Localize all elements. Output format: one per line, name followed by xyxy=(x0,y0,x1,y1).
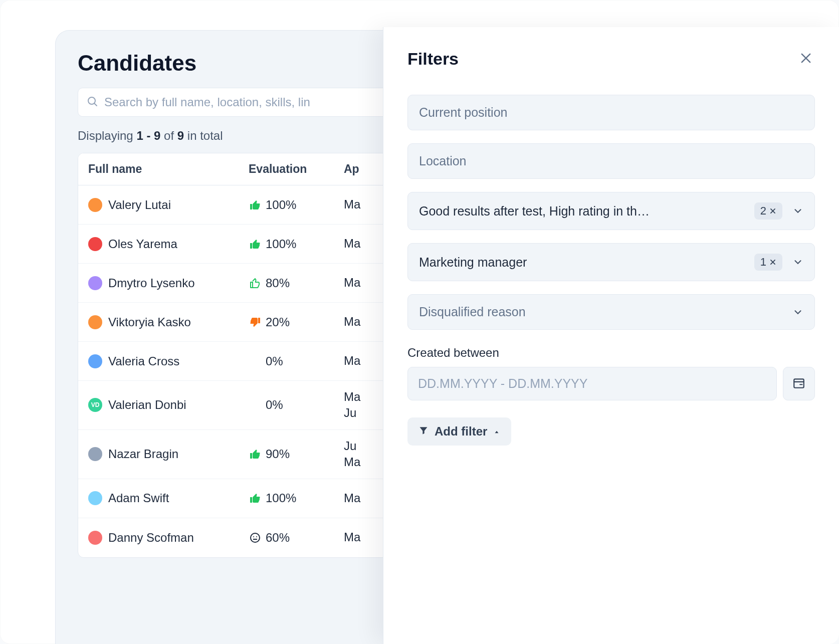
cell-ap: Ma xyxy=(344,196,378,212)
evaluation-value: 0% xyxy=(266,354,283,368)
candidate-name: Valerian Donbi xyxy=(108,398,186,412)
filter-field[interactable]: Marketing manager1 xyxy=(407,243,815,281)
candidate-name: Oles Yarema xyxy=(108,237,177,251)
filter-count: 1 xyxy=(760,256,766,269)
thumb-up-icon xyxy=(249,492,262,505)
filter-fields: Current positionLocationGood results aft… xyxy=(407,95,815,330)
filters-title: Filters xyxy=(407,49,459,69)
avatar xyxy=(88,354,102,368)
caret-up-icon xyxy=(493,424,500,439)
calendar-button[interactable] xyxy=(783,367,815,400)
result-count-range: 1 - 9 xyxy=(136,129,160,142)
ap-value: Ma xyxy=(344,454,378,470)
candidate-name: Nazar Bragin xyxy=(108,447,178,461)
ap-value: Ma xyxy=(344,529,378,545)
filter-right xyxy=(792,307,803,318)
clear-icon xyxy=(769,256,776,269)
avatar xyxy=(88,276,102,290)
result-count-suffix: in total xyxy=(184,129,223,142)
ap-value: Ma xyxy=(344,353,378,369)
thumb-up-icon xyxy=(249,198,262,211)
result-count-total: 9 xyxy=(177,129,184,142)
cell-ap: Ma xyxy=(344,236,378,252)
ap-value: Ma xyxy=(344,275,378,291)
funnel-icon xyxy=(418,424,429,439)
filter-count: 2 xyxy=(760,204,766,218)
table-row[interactable]: Dmytro Lysenko80%Ma xyxy=(78,264,388,303)
filter-field[interactable]: Current position xyxy=(407,95,815,130)
table-row[interactable]: VDValerian Donbi0%MaJu xyxy=(78,381,388,430)
evaluation-value: 100% xyxy=(266,198,296,212)
cell-name: VDValerian Donbi xyxy=(88,398,249,412)
cell-evaluation: 0% xyxy=(249,398,344,412)
search-box[interactable] xyxy=(78,88,388,117)
table-row[interactable]: Viktoryia Kasko20%Ma xyxy=(78,303,388,342)
close-button[interactable] xyxy=(797,50,815,68)
clear-icon xyxy=(769,204,776,218)
table-body: Valery Lutai100%MaOles Yarema100%MaDmytr… xyxy=(78,185,388,557)
cell-ap: Ma xyxy=(344,490,378,506)
evaluation-value: 100% xyxy=(266,237,296,251)
cell-evaluation: 60% xyxy=(249,531,344,545)
thumb-down-icon xyxy=(249,316,262,329)
candidate-name: Danny Scofman xyxy=(108,531,194,545)
cell-name: Valeria Cross xyxy=(88,354,249,368)
table-row[interactable]: Adam Swift100%Ma xyxy=(78,479,388,518)
svg-point-2 xyxy=(251,533,260,542)
evaluation-value: 90% xyxy=(266,447,290,461)
table-row[interactable]: Valery Lutai100%Ma xyxy=(78,185,388,225)
filter-label: Marketing manager xyxy=(419,255,746,270)
cell-evaluation: 90% xyxy=(249,447,344,461)
cell-name: Nazar Bragin xyxy=(88,447,249,461)
filters-pane: Filters Current positionLocationGood res… xyxy=(383,27,839,644)
ap-value: Ma xyxy=(344,490,378,506)
candidate-name: Valery Lutai xyxy=(108,198,171,212)
cell-evaluation: 0% xyxy=(249,354,344,368)
cell-evaluation: 100% xyxy=(249,491,344,505)
filter-field[interactable]: Good results after test, High rating in … xyxy=(407,192,815,230)
filter-field[interactable]: Location xyxy=(407,143,815,179)
add-filter-button[interactable]: Add filter xyxy=(407,417,511,446)
candidate-name: Adam Swift xyxy=(108,491,169,505)
table-row[interactable]: Danny Scofman60%Ma xyxy=(78,518,388,557)
evaluation-value: 80% xyxy=(266,276,290,290)
svg-line-1 xyxy=(95,104,97,106)
search-icon xyxy=(86,95,98,109)
table-row[interactable]: Valeria Cross0%Ma xyxy=(78,342,388,381)
cell-ap: Ma xyxy=(344,275,378,291)
cell-ap: MaJu xyxy=(344,389,378,421)
cell-evaluation: 80% xyxy=(249,276,344,290)
evaluation-value: 100% xyxy=(266,491,296,505)
date-range-input[interactable]: DD.MM.YYYY - DD.MM.YYYY xyxy=(407,367,777,400)
app-frame: Candidates Displaying 1 - 9 of 9 in tota… xyxy=(0,0,839,644)
ap-value: Ma xyxy=(344,389,378,405)
search-input[interactable] xyxy=(104,95,380,109)
evaluation-value: 60% xyxy=(266,531,290,545)
col-name[interactable]: Full name xyxy=(88,162,249,176)
filter-label: Current position xyxy=(419,105,507,120)
calendar-icon xyxy=(792,376,805,391)
col-ap[interactable]: Ap xyxy=(344,162,378,176)
filter-count-badge[interactable]: 1 xyxy=(754,254,782,271)
avatar xyxy=(88,447,102,461)
filter-count-badge[interactable]: 2 xyxy=(754,202,782,220)
date-row: DD.MM.YYYY - DD.MM.YYYY xyxy=(407,367,815,400)
ap-value: Ma xyxy=(344,196,378,212)
cell-ap: Ma xyxy=(344,529,378,545)
ap-value: Ju xyxy=(344,438,378,454)
chevron-down-icon xyxy=(792,205,803,217)
table-row[interactable]: Oles Yarema100%Ma xyxy=(78,225,388,264)
avatar xyxy=(88,531,102,545)
svg-point-3 xyxy=(253,536,254,537)
avatar xyxy=(88,491,102,505)
table-row[interactable]: Nazar Bragin90%JuMa xyxy=(78,430,388,479)
filter-field[interactable]: Disqualified reason xyxy=(407,294,815,330)
col-evaluation[interactable]: Evaluation xyxy=(249,162,344,176)
candidate-name: Dmytro Lysenko xyxy=(108,276,195,290)
date-label: Created between xyxy=(407,346,815,360)
table-header: Full name Evaluation Ap xyxy=(78,153,388,185)
cell-ap: Ma xyxy=(344,314,378,330)
svg-rect-12 xyxy=(794,379,804,387)
avatar xyxy=(88,198,102,212)
thumb-up-icon xyxy=(249,277,262,290)
